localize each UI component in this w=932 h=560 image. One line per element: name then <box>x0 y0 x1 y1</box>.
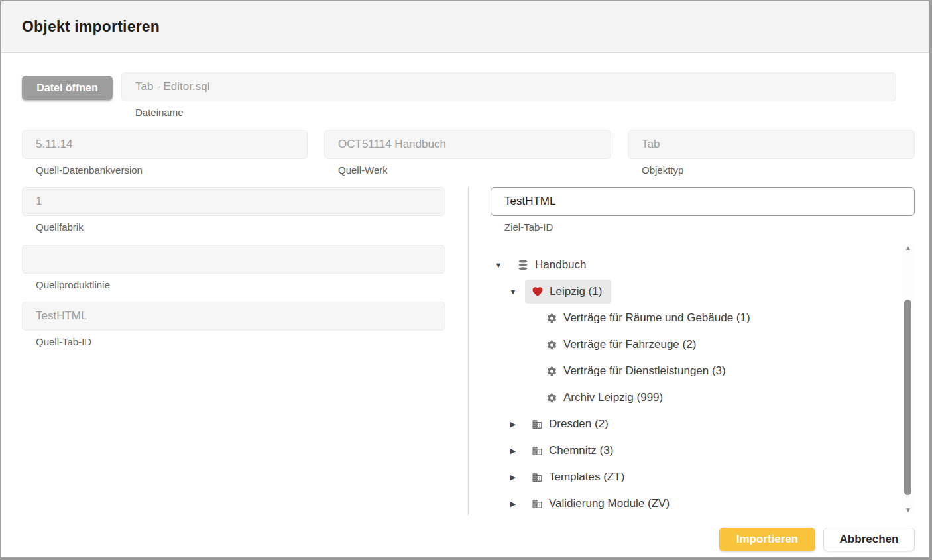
tree-item-label: Archiv Leipzig (999) <box>563 391 663 404</box>
object-type-input[interactable] <box>628 130 915 159</box>
tree-item-archiv-leipzig[interactable]: Archiv Leipzig (999) <box>491 384 899 411</box>
object-tree: ▼ Handbuch ▼ Leipzig (1) Verträge für Rä… <box>491 252 899 517</box>
open-file-button[interactable]: Datei öffnen <box>22 76 113 100</box>
target-tab-id-group: Ziel-Tab-ID <box>491 187 915 233</box>
heart-icon <box>532 286 544 298</box>
tree-item-content[interactable]: Verträge für Fahrzeuge (2) <box>540 333 705 357</box>
tree-item-content[interactable]: Chemnitz (3) <box>525 439 622 463</box>
form-tree-divider <box>468 187 469 515</box>
tree-item-label: Handbuch <box>535 258 587 272</box>
tree-item-label: Chemnitz (3) <box>549 444 613 457</box>
source-tab-id-input[interactable] <box>22 302 445 331</box>
import-button[interactable]: Importieren <box>719 528 815 551</box>
tree-item-label: Templates (ZT) <box>549 471 624 484</box>
source-factory-label: Quellfabrik <box>36 221 445 233</box>
chevron-right-icon[interactable]: ▶ <box>508 500 518 508</box>
tree-item-vertraege-dienstleistungen[interactable]: Verträge für Dienstleistungen (3) <box>491 358 899 384</box>
object-type-group: Objekttyp <box>628 130 915 176</box>
source-tab-id-group: Quell-Tab-ID <box>22 302 445 347</box>
tree-item-label: Dresden (2) <box>549 418 609 431</box>
import-dialog: Objekt importieren Datei öffnen Dateinam… <box>0 0 932 560</box>
filename-label: Dateiname <box>135 107 896 118</box>
tree-item-content[interactable]: Archiv Leipzig (999) <box>540 386 672 410</box>
tree-item-validierung-module[interactable]: ▶ Validierung Module (ZV) <box>491 490 899 517</box>
source-tab-id-label: Quell-Tab-ID <box>36 336 445 347</box>
tree-item-content[interactable]: Verträge für Räume und Gebäude (1) <box>540 306 760 330</box>
gear-icon <box>546 392 557 404</box>
dialog-title: Objekt importieren <box>22 18 160 36</box>
source-factory-input[interactable] <box>22 187 445 216</box>
source-plant-input[interactable] <box>324 130 611 159</box>
tree-item-label: Validierung Module (ZV) <box>549 497 670 510</box>
chevron-right-icon[interactable]: ▶ <box>508 447 518 455</box>
target-tab-id-input[interactable] <box>491 187 915 216</box>
dialog-header: Objekt importieren <box>1 1 929 53</box>
source-db-version-group: Quell-Datenbankversion <box>22 130 308 176</box>
chevron-right-icon[interactable]: ▶ <box>508 420 518 429</box>
source-db-version-label: Quell-Datenbankversion <box>36 164 308 176</box>
tree-item-label: Verträge für Dienstleistungen (3) <box>563 364 726 378</box>
building-icon <box>532 445 543 457</box>
object-type-label: Objekttyp <box>642 164 915 176</box>
filename-input[interactable] <box>121 72 896 101</box>
gear-icon <box>546 366 557 377</box>
building-icon <box>532 498 543 510</box>
tree-item-handbuch[interactable]: ▼ Handbuch <box>491 252 899 278</box>
source-product-line-group: Quellproduktlinie <box>22 245 445 290</box>
target-tab-id-label: Ziel-Tab-ID <box>504 221 915 233</box>
tree-item-content[interactable]: Validierung Module (ZV) <box>525 492 679 516</box>
tree-scrollbar[interactable]: ▲ ▼ <box>902 244 915 514</box>
tree-item-dresden[interactable]: ▶ Dresden (2) <box>491 411 899 437</box>
chevron-down-icon[interactable]: ▼ <box>508 288 518 296</box>
source-plant-label: Quell-Werk <box>338 164 611 176</box>
scroll-up-icon[interactable]: ▲ <box>905 244 911 252</box>
cancel-button[interactable]: Abbrechen <box>823 528 915 551</box>
source-product-line-label: Quellproduktlinie <box>36 279 445 290</box>
tree-item-vertraege-fahrzeuge[interactable]: Verträge für Fahrzeuge (2) <box>491 331 899 358</box>
building-icon <box>532 419 543 430</box>
tree-item-label: Verträge für Fahrzeuge (2) <box>563 338 696 351</box>
tree-item-content[interactable]: Handbuch <box>510 253 596 277</box>
chevron-right-icon[interactable]: ▶ <box>508 473 518 482</box>
source-factory-group: Quellfabrik <box>22 187 445 233</box>
tree-item-content[interactable]: Dresden (2) <box>525 412 618 436</box>
tree-item-label: Verträge für Räume und Gebäude (1) <box>563 311 750 325</box>
source-db-version-input[interactable] <box>22 130 308 159</box>
chevron-down-icon[interactable]: ▼ <box>493 261 504 269</box>
tree-item-templates[interactable]: ▶ Templates (ZT) <box>491 464 899 490</box>
tree-item-leipzig[interactable]: ▼ Leipzig (1) <box>491 278 899 305</box>
building-icon <box>532 472 543 483</box>
tree-item-content[interactable]: Verträge für Dienstleistungen (3) <box>540 359 735 383</box>
tree-item-label: Leipzig (1) <box>550 285 602 298</box>
source-product-line-input[interactable] <box>22 245 445 274</box>
gear-icon <box>546 339 557 351</box>
scroll-down-icon[interactable]: ▼ <box>905 506 911 514</box>
filename-field-group: Dateiname <box>121 72 896 118</box>
gear-icon <box>546 313 557 324</box>
tree-item-content[interactable]: Templates (ZT) <box>525 465 634 489</box>
tree-item-content-selected[interactable]: Leipzig (1) <box>525 280 611 304</box>
tree-item-vertraege-raeume[interactable]: Verträge für Räume und Gebäude (1) <box>491 305 899 331</box>
tree-item-chemnitz[interactable]: ▶ Chemnitz (3) <box>491 437 899 464</box>
source-plant-group: Quell-Werk <box>324 130 611 176</box>
database-icon <box>517 259 529 271</box>
scrollbar-thumb[interactable] <box>904 300 911 495</box>
